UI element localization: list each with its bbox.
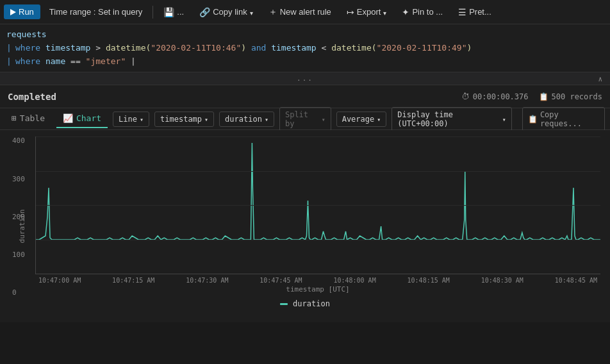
clock-icon: ⏱ [461,92,470,101]
results-area: Completed ⏱ 00:00:00.376 📋 500 records ⊞… [0,85,610,130]
query-line-2-text: where name == "jmeter" | [15,55,136,69]
export-icon: ↦ [347,7,354,17]
line-type-dropdown[interactable]: Line [113,112,149,127]
save-label: ... [177,7,184,17]
copy-requests-label: Copy reques... [540,110,599,128]
grid-line-200 [36,205,600,206]
legend-label: duration [293,299,330,308]
x-tick-3: 10:47:30 AM [186,277,228,284]
time-meta: ⏱ 00:00:00.376 [461,92,529,101]
pret-label: Pret... [469,7,491,17]
copy-link-chevron [250,7,253,17]
save-button[interactable]: 💾 ... [157,4,190,20]
y-axis-labels: 400 300 200 100 0 [12,136,25,297]
x-tick-2: 10:47:15 AM [112,277,154,284]
export-label: Export [357,7,381,17]
copy-requests-button[interactable]: 📋 Copy reques... [522,107,605,131]
new-alert-label: New alert rule [280,7,331,17]
export-button[interactable]: ↦ Export [340,4,393,20]
x-tick-6: 10:48:15 AM [408,277,450,284]
query-line-1: | where timestamp > datetime("2020-02-11… [6,42,604,55]
pipe-1: | [6,42,13,55]
records-icon: 📋 [539,92,548,101]
pipe-2: | [6,55,13,69]
run-button[interactable]: Run [4,4,40,19]
chart-icon: 📈 [63,113,73,123]
tab-table-label: Table [20,113,45,123]
split-by-chevron [322,115,326,124]
y-tick-400: 400 [12,136,25,145]
query-editor[interactable]: requests | where timestamp > datetime("2… [0,24,610,72]
y-axis-chevron [265,115,268,124]
y-axis-label: duration [225,115,262,124]
collapse-arrow-icon: ∧ [598,74,604,83]
query-line-1-text: where timestamp > datetime("2020-02-11T1… [15,42,472,55]
copy-link-button[interactable]: 🔗 Copy link [193,4,259,20]
query-table-line: requests [6,28,604,42]
chart-area: duration 400 300 200 100 0 10:47:00 AM 1… [0,130,610,322]
y-axis-dropdown[interactable]: duration [219,112,274,127]
records-value: 500 records [552,92,602,101]
query-table-name: requests [6,28,47,42]
x-axis-labels: 10:47:00 AM 10:47:15 AM 10:47:30 AM 10:4… [35,277,600,284]
records-meta: 📋 500 records [539,92,602,101]
pin-button[interactable]: ✦ Pin to ... [395,4,449,20]
collapse-dots: ... [297,74,313,83]
y-tick-100: 100 [12,251,25,259]
display-time-chevron [502,115,506,124]
time-range-label: Time range : Set in query [49,7,142,17]
new-alert-button[interactable]: ＋ New alert rule [262,4,338,21]
table-icon: ⊞ [12,113,17,123]
new-alert-icon: ＋ [268,6,277,18]
line-type-label: Line [119,115,137,124]
collapse-bar[interactable]: ... ∧ [0,72,610,85]
pin-icon: ✦ [402,7,409,17]
split-by-label: Split by [285,110,319,128]
line-type-chevron [140,115,144,124]
legend-color-dot [280,303,288,305]
divider-1 [152,6,153,19]
tab-chart-label: Chart [76,113,101,123]
chart-container: 400 300 200 100 0 10:47:00 AM 10:47:15 A… [35,136,600,297]
y-tick-0: 0 [12,288,25,297]
x-axis-title: timestamp [UTC] [35,285,600,294]
copy-link-label: Copy link [213,7,247,17]
pret-button[interactable]: ☰ Pret... [452,4,498,20]
x-tick-7: 10:48:30 AM [481,277,523,284]
display-time-label: Display time (UTC+00:00) [397,110,500,128]
results-meta: ⏱ 00:00:00.376 📋 500 records [461,92,602,101]
x-axis-chevron [204,115,208,124]
y-tick-200: 200 [12,213,25,221]
copy-requests-icon: 📋 [528,115,538,124]
aggregation-chevron [377,115,381,124]
display-time-dropdown[interactable]: Display time (UTC+00:00) [392,107,512,131]
pin-label: Pin to ... [412,7,443,17]
copy-link-icon: 🔗 [199,7,210,17]
grid-line-300 [36,171,600,172]
aggregation-label: Average [342,115,375,124]
tab-table[interactable]: ⊞ Table [5,110,51,128]
x-tick-1: 10:47:00 AM [38,277,81,284]
split-by-dropdown[interactable]: Split by [279,107,331,131]
results-status: Completed [8,92,56,102]
tabs-row: ⊞ Table 📈 Chart Line timestamp duration … [0,108,610,130]
x-axis-dropdown[interactable]: timestamp [154,112,214,127]
grid-line-100 [36,240,600,240]
time-value: 00:00:00.376 [473,92,529,101]
x-tick-5: 10:48:00 AM [333,277,375,284]
x-axis-label: timestamp [160,115,202,124]
grid-line-400 [36,136,600,137]
save-icon: 💾 [163,7,174,17]
aggregation-dropdown[interactable]: Average [336,112,387,127]
y-tick-300: 300 [12,175,25,183]
chart-line [36,143,600,240]
query-line-2: | where name == "jmeter" | [6,55,604,69]
results-header: Completed ⏱ 00:00:00.376 📋 500 records [0,85,610,108]
run-label: Run [19,7,34,17]
tab-chart[interactable]: 📈 Chart [56,110,108,128]
chart-legend: duration [0,299,610,311]
x-tick-8: 10:48:45 AM [555,277,597,284]
export-chevron [383,7,386,17]
time-range-button[interactable]: Time range : Set in query [43,4,149,19]
pret-icon: ☰ [458,7,466,17]
